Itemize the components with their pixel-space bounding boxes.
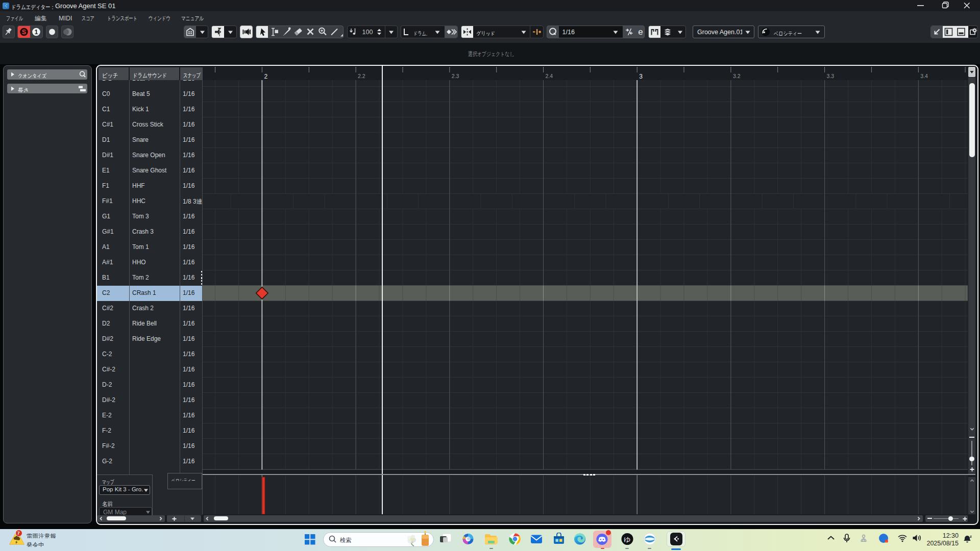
svg-text:2.3: 2.3 <box>452 73 459 79</box>
svg-text:2.2: 2.2 <box>358 73 365 79</box>
svg-text:3.3: 3.3 <box>827 73 835 79</box>
svg-text:3.2: 3.2 <box>733 73 741 79</box>
svg-text:2.4: 2.4 <box>546 73 553 79</box>
svg-text:S: S <box>21 29 26 36</box>
svg-text:z: z <box>970 534 972 539</box>
svg-text:3: 3 <box>639 73 643 80</box>
svg-text:e: e <box>638 27 643 37</box>
svg-text:1: 1 <box>34 29 38 36</box>
svg-text:ゆ: ゆ <box>624 536 630 543</box>
svg-text:2: 2 <box>264 73 267 80</box>
svg-text:3.4: 3.4 <box>920 73 928 79</box>
